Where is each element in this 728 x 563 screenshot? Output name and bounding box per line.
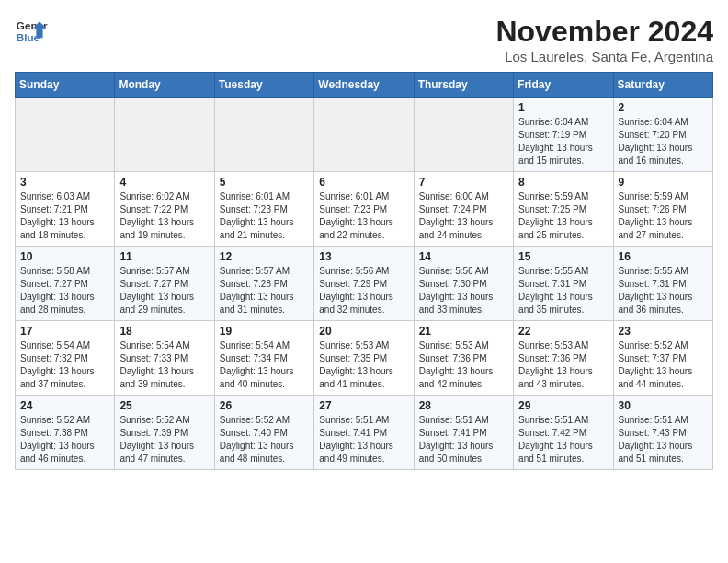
day-info: Sunrise: 5:53 AM Sunset: 7:36 PM Dayligh… <box>518 339 608 391</box>
day-number: 20 <box>319 325 408 338</box>
day-number: 23 <box>619 325 708 338</box>
logo: General Blue <box>15 15 48 48</box>
day-number: 13 <box>319 250 408 263</box>
calendar-cell: 16Sunrise: 5:55 AM Sunset: 7:31 PM Dayli… <box>613 247 712 321</box>
day-info: Sunrise: 5:57 AM Sunset: 7:28 PM Dayligh… <box>220 265 309 316</box>
location-title: Los Laureles, Santa Fe, Argentina <box>495 49 713 64</box>
day-number: 6 <box>319 176 408 189</box>
page-header: General Blue November 2024 Los Laureles,… <box>15 15 713 64</box>
day-number: 17 <box>20 325 109 338</box>
calendar-cell: 6Sunrise: 6:01 AM Sunset: 7:23 PM Daylig… <box>314 172 414 247</box>
day-info: Sunrise: 5:54 AM Sunset: 7:33 PM Dayligh… <box>119 339 209 391</box>
calendar-cell: 2Sunrise: 6:04 AM Sunset: 7:20 PM Daylig… <box>613 98 712 172</box>
day-info: Sunrise: 5:52 AM Sunset: 7:37 PM Dayligh… <box>619 339 708 391</box>
day-info: Sunrise: 5:55 AM Sunset: 7:31 PM Dayligh… <box>518 265 608 316</box>
day-number: 22 <box>518 325 608 338</box>
title-section: November 2024 Los Laureles, Santa Fe, Ar… <box>495 15 713 64</box>
day-number: 2 <box>619 101 708 114</box>
calendar-cell: 1Sunrise: 6:04 AM Sunset: 7:19 PM Daylig… <box>514 98 613 172</box>
day-number: 26 <box>220 399 309 412</box>
day-number: 16 <box>619 250 708 263</box>
calendar-cell <box>115 98 214 172</box>
weekday-header-thursday: Thursday <box>414 73 513 98</box>
calendar-cell: 25Sunrise: 5:52 AM Sunset: 7:39 PM Dayli… <box>115 396 214 470</box>
calendar-cell <box>214 98 313 172</box>
calendar-cell: 10Sunrise: 5:58 AM Sunset: 7:27 PM Dayli… <box>16 247 115 321</box>
calendar-cell: 9Sunrise: 5:59 AM Sunset: 7:26 PM Daylig… <box>613 172 712 247</box>
calendar-cell: 24Sunrise: 5:52 AM Sunset: 7:38 PM Dayli… <box>16 396 115 470</box>
calendar-cell: 11Sunrise: 5:57 AM Sunset: 7:27 PM Dayli… <box>115 247 214 321</box>
day-number: 15 <box>518 250 608 263</box>
day-info: Sunrise: 6:03 AM Sunset: 7:21 PM Dayligh… <box>20 190 109 242</box>
day-info: Sunrise: 5:52 AM Sunset: 7:38 PM Dayligh… <box>20 414 109 465</box>
day-info: Sunrise: 6:04 AM Sunset: 7:20 PM Dayligh… <box>619 116 708 167</box>
day-info: Sunrise: 5:53 AM Sunset: 7:35 PM Dayligh… <box>319 339 408 391</box>
calendar-cell: 23Sunrise: 5:52 AM Sunset: 7:37 PM Dayli… <box>613 321 712 396</box>
day-number: 7 <box>419 176 508 189</box>
calendar-cell: 3Sunrise: 6:03 AM Sunset: 7:21 PM Daylig… <box>16 172 115 247</box>
calendar-cell: 13Sunrise: 5:56 AM Sunset: 7:29 PM Dayli… <box>314 247 414 321</box>
day-info: Sunrise: 5:54 AM Sunset: 7:32 PM Dayligh… <box>20 339 109 391</box>
day-info: Sunrise: 5:51 AM Sunset: 7:41 PM Dayligh… <box>419 414 508 465</box>
day-number: 30 <box>619 399 708 412</box>
day-info: Sunrise: 6:01 AM Sunset: 7:23 PM Dayligh… <box>220 190 309 242</box>
weekday-header-wednesday: Wednesday <box>314 73 414 98</box>
calendar-cell <box>16 98 115 172</box>
logo-icon: General Blue <box>15 15 48 48</box>
weekday-header-saturday: Saturday <box>613 73 712 98</box>
day-number: 28 <box>419 399 508 412</box>
day-number: 11 <box>119 250 209 263</box>
day-number: 27 <box>319 399 408 412</box>
weekday-header-friday: Friday <box>514 73 613 98</box>
day-number: 19 <box>220 325 309 338</box>
day-number: 1 <box>518 101 608 114</box>
day-info: Sunrise: 5:51 AM Sunset: 7:43 PM Dayligh… <box>619 414 708 465</box>
day-number: 29 <box>518 399 608 412</box>
weekday-header-tuesday: Tuesday <box>214 73 313 98</box>
calendar-cell <box>414 98 513 172</box>
day-info: Sunrise: 5:54 AM Sunset: 7:34 PM Dayligh… <box>220 339 309 391</box>
calendar-week-row: 10Sunrise: 5:58 AM Sunset: 7:27 PM Dayli… <box>16 247 713 321</box>
day-number: 4 <box>119 176 209 189</box>
day-info: Sunrise: 6:00 AM Sunset: 7:24 PM Dayligh… <box>419 190 508 242</box>
day-number: 9 <box>619 176 708 189</box>
calendar-cell: 29Sunrise: 5:51 AM Sunset: 7:42 PM Dayli… <box>514 396 613 470</box>
calendar-cell: 17Sunrise: 5:54 AM Sunset: 7:32 PM Dayli… <box>16 321 115 396</box>
day-info: Sunrise: 6:02 AM Sunset: 7:22 PM Dayligh… <box>119 190 209 242</box>
day-number: 21 <box>419 325 508 338</box>
day-info: Sunrise: 5:51 AM Sunset: 7:41 PM Dayligh… <box>319 414 408 465</box>
day-info: Sunrise: 5:55 AM Sunset: 7:31 PM Dayligh… <box>619 265 708 316</box>
day-info: Sunrise: 5:51 AM Sunset: 7:42 PM Dayligh… <box>518 414 608 465</box>
weekday-header-sunday: Sunday <box>16 73 115 98</box>
calendar-cell: 14Sunrise: 5:56 AM Sunset: 7:30 PM Dayli… <box>414 247 513 321</box>
day-info: Sunrise: 5:58 AM Sunset: 7:27 PM Dayligh… <box>20 265 109 316</box>
day-info: Sunrise: 5:59 AM Sunset: 7:26 PM Dayligh… <box>619 190 708 242</box>
calendar-week-row: 17Sunrise: 5:54 AM Sunset: 7:32 PM Dayli… <box>16 321 713 396</box>
month-title: November 2024 <box>495 15 713 49</box>
calendar-cell: 4Sunrise: 6:02 AM Sunset: 7:22 PM Daylig… <box>115 172 214 247</box>
day-number: 8 <box>518 176 608 189</box>
day-info: Sunrise: 5:53 AM Sunset: 7:36 PM Dayligh… <box>419 339 508 391</box>
calendar-cell: 18Sunrise: 5:54 AM Sunset: 7:33 PM Dayli… <box>115 321 214 396</box>
calendar-cell: 12Sunrise: 5:57 AM Sunset: 7:28 PM Dayli… <box>214 247 313 321</box>
day-number: 25 <box>119 399 209 412</box>
calendar-cell: 7Sunrise: 6:00 AM Sunset: 7:24 PM Daylig… <box>414 172 513 247</box>
calendar-cell: 19Sunrise: 5:54 AM Sunset: 7:34 PM Dayli… <box>214 321 313 396</box>
day-info: Sunrise: 6:04 AM Sunset: 7:19 PM Dayligh… <box>518 116 608 167</box>
day-info: Sunrise: 5:56 AM Sunset: 7:29 PM Dayligh… <box>319 265 408 316</box>
day-info: Sunrise: 5:52 AM Sunset: 7:40 PM Dayligh… <box>220 414 309 465</box>
calendar-cell: 27Sunrise: 5:51 AM Sunset: 7:41 PM Dayli… <box>314 396 414 470</box>
day-info: Sunrise: 6:01 AM Sunset: 7:23 PM Dayligh… <box>319 190 408 242</box>
calendar-week-row: 24Sunrise: 5:52 AM Sunset: 7:38 PM Dayli… <box>16 396 713 470</box>
calendar-cell: 30Sunrise: 5:51 AM Sunset: 7:43 PM Dayli… <box>613 396 712 470</box>
day-number: 24 <box>20 399 109 412</box>
calendar-week-row: 1Sunrise: 6:04 AM Sunset: 7:19 PM Daylig… <box>16 98 713 172</box>
calendar-cell: 22Sunrise: 5:53 AM Sunset: 7:36 PM Dayli… <box>514 321 613 396</box>
calendar-cell: 26Sunrise: 5:52 AM Sunset: 7:40 PM Dayli… <box>214 396 313 470</box>
calendar-cell: 15Sunrise: 5:55 AM Sunset: 7:31 PM Dayli… <box>514 247 613 321</box>
calendar-table: SundayMondayTuesdayWednesdayThursdayFrid… <box>15 72 713 470</box>
day-info: Sunrise: 5:57 AM Sunset: 7:27 PM Dayligh… <box>119 265 209 316</box>
calendar-cell: 21Sunrise: 5:53 AM Sunset: 7:36 PM Dayli… <box>414 321 513 396</box>
calendar-cell: 20Sunrise: 5:53 AM Sunset: 7:35 PM Dayli… <box>314 321 414 396</box>
day-number: 18 <box>119 325 209 338</box>
